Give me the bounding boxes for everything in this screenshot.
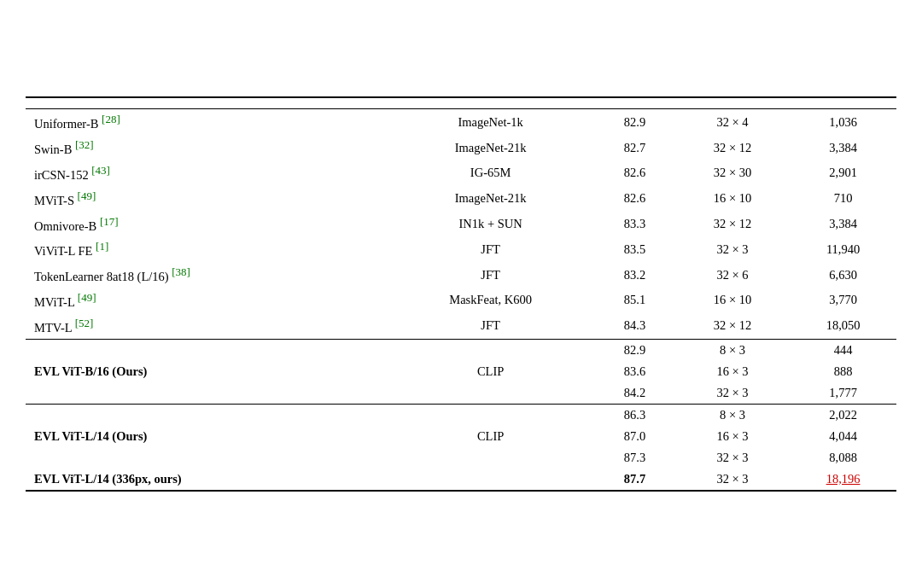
col-frames bbox=[675, 97, 790, 109]
table-row: MViT-L [49] MaskFeat, K600 85.1 16 × 10 … bbox=[26, 288, 896, 313]
cell-acc: 86.3 bbox=[594, 404, 675, 426]
cell-method-evl-l: EVL ViT-L/14 (Ours) bbox=[26, 404, 387, 469]
cell-acc: 87.0 bbox=[594, 426, 675, 447]
cell-frames: 8 × 3 bbox=[675, 404, 790, 426]
cell-pretraining: IG-65M bbox=[387, 160, 594, 186]
cell-frames: 16 × 3 bbox=[675, 426, 790, 447]
cell-acc: 87.3 bbox=[594, 447, 675, 469]
table-row: TokenLearner 8at18 (L/16) [38] JFT 83.2 … bbox=[26, 262, 896, 288]
cell-frames: 16 × 3 bbox=[675, 361, 790, 382]
cell-method: MViT-L [49] bbox=[26, 288, 387, 313]
table-row: MViT-S [49] ImageNet-21k 82.6 16 × 10 71… bbox=[26, 186, 896, 212]
col-method bbox=[26, 97, 387, 109]
table-row: Omnivore-B [17] IN1k + SUN 83.3 32 × 12 … bbox=[26, 212, 896, 237]
cell-frames: 32 × 4 bbox=[675, 109, 790, 135]
citation: [28] bbox=[102, 113, 120, 125]
cell-pretraining: JFT bbox=[387, 262, 594, 288]
cell-frames: 32 × 3 bbox=[675, 236, 790, 262]
citation: [38] bbox=[172, 265, 190, 278]
table-wrapper: Uniformer-B [28] ImageNet-1k 82.9 32 × 4… bbox=[26, 96, 896, 491]
citation: [17] bbox=[100, 215, 119, 228]
cell-pretraining: ImageNet-1k bbox=[387, 109, 594, 135]
table-row: ViViT-L FE [1] JFT 83.5 32 × 3 11,940 bbox=[26, 236, 896, 262]
cell-frames: 32 × 3 bbox=[675, 382, 790, 405]
cell-gflops: 888 bbox=[790, 361, 896, 382]
cell-acc: 82.9 bbox=[594, 109, 675, 135]
cell-method-evl-336: EVL ViT-L/14 (336px, ours) bbox=[26, 469, 387, 491]
cell-frames: 16 × 10 bbox=[675, 288, 790, 313]
cell-pretraining-evl-b: CLIP bbox=[387, 339, 594, 404]
cell-pretraining: ImageNet-21k bbox=[387, 135, 594, 160]
cell-gflops: 11,940 bbox=[790, 236, 896, 262]
cell-method: TokenLearner 8at18 (L/16) [38] bbox=[26, 262, 387, 288]
cell-acc-evl-336: 87.7 bbox=[594, 469, 675, 491]
cell-gflops: 710 bbox=[790, 186, 896, 212]
cell-gflops: 1,036 bbox=[790, 109, 896, 135]
cell-gflops: 4,044 bbox=[790, 426, 896, 447]
cell-frames: 32 × 12 bbox=[675, 313, 790, 339]
cell-gflops: 18,050 bbox=[790, 313, 896, 339]
col-pretraining bbox=[387, 97, 594, 109]
cell-gflops: 3,384 bbox=[790, 212, 896, 237]
cell-gflops: 3,384 bbox=[790, 135, 896, 160]
table-row: Swin-B [32] ImageNet-21k 82.7 32 × 12 3,… bbox=[26, 135, 896, 160]
cell-frames-evl-336: 32 × 3 bbox=[675, 469, 790, 491]
cell-frames: 32 × 30 bbox=[675, 160, 790, 186]
cell-acc: 82.6 bbox=[594, 186, 675, 212]
cell-gflops: 8,088 bbox=[790, 447, 896, 469]
cell-acc: 82.6 bbox=[594, 160, 675, 186]
table-row: MTV-L [52] JFT 84.3 32 × 12 18,050 bbox=[26, 313, 896, 339]
citation: [43] bbox=[91, 164, 110, 177]
cell-frames: 32 × 6 bbox=[675, 262, 790, 288]
cell-pretraining-evl-l: CLIP bbox=[387, 404, 594, 469]
cell-acc: 85.1 bbox=[594, 288, 675, 313]
cell-acc: 83.2 bbox=[594, 262, 675, 288]
cell-gflops: 2,901 bbox=[790, 160, 896, 186]
cell-gflops: 444 bbox=[790, 339, 896, 361]
cell-frames: 8 × 3 bbox=[675, 339, 790, 361]
highlighted-gflops: 18,196 bbox=[826, 472, 861, 486]
cell-acc: 84.2 bbox=[594, 382, 675, 405]
cell-acc: 84.3 bbox=[594, 313, 675, 339]
citation: [52] bbox=[75, 317, 94, 329]
cell-gflops-evl-336: 18,196 bbox=[790, 469, 896, 491]
cell-acc: 82.7 bbox=[594, 135, 675, 160]
citation: [49] bbox=[78, 291, 96, 304]
citation: [1] bbox=[96, 240, 108, 253]
table-row-evl-336: EVL ViT-L/14 (336px, ours) 87.7 32 × 3 1… bbox=[26, 469, 896, 491]
cell-gflops: 2,022 bbox=[790, 404, 896, 426]
cell-method: Omnivore-B [17] bbox=[26, 212, 387, 237]
cell-method: irCSN-152 [43] bbox=[26, 160, 387, 186]
table-row: EVL ViT-B/16 (Ours) CLIP 82.9 8 × 3 444 bbox=[26, 339, 896, 361]
cell-pretraining: IN1k + SUN bbox=[387, 212, 594, 237]
cell-gflops: 1,777 bbox=[790, 382, 896, 405]
col-gflops bbox=[790, 97, 896, 109]
cell-frames: 32 × 3 bbox=[675, 447, 790, 469]
table-row: EVL ViT-L/14 (Ours) CLIP 86.3 8 × 3 2,02… bbox=[26, 404, 896, 426]
cell-gflops: 6,630 bbox=[790, 262, 896, 288]
header-row bbox=[26, 97, 896, 109]
cell-method-evl-b: EVL ViT-B/16 (Ours) bbox=[26, 339, 387, 404]
cell-method: Uniformer-B [28] bbox=[26, 109, 387, 135]
citation: [49] bbox=[78, 189, 96, 202]
cell-pretraining-evl-336 bbox=[387, 469, 594, 491]
cell-pretraining: JFT bbox=[387, 236, 594, 262]
cell-pretraining: ImageNet-21k bbox=[387, 186, 594, 212]
cell-method: MViT-S [49] bbox=[26, 186, 387, 212]
cell-method: MTV-L [52] bbox=[26, 313, 387, 339]
cell-acc: 83.6 bbox=[594, 361, 675, 382]
cell-frames: 16 × 10 bbox=[675, 186, 790, 212]
cell-method: ViViT-L FE [1] bbox=[26, 236, 387, 262]
cell-pretraining: MaskFeat, K600 bbox=[387, 288, 594, 313]
results-table: Uniformer-B [28] ImageNet-1k 82.9 32 × 4… bbox=[26, 96, 896, 491]
cell-acc: 83.5 bbox=[594, 236, 675, 262]
cell-acc: 83.3 bbox=[594, 212, 675, 237]
cell-pretraining: JFT bbox=[387, 313, 594, 339]
col-acc bbox=[594, 97, 675, 109]
cell-frames: 32 × 12 bbox=[675, 135, 790, 160]
table-row: irCSN-152 [43] IG-65M 82.6 32 × 30 2,901 bbox=[26, 160, 896, 186]
cell-gflops: 3,770 bbox=[790, 288, 896, 313]
cell-method: Swin-B [32] bbox=[26, 135, 387, 160]
citation: [32] bbox=[75, 138, 94, 151]
cell-acc: 82.9 bbox=[594, 339, 675, 361]
